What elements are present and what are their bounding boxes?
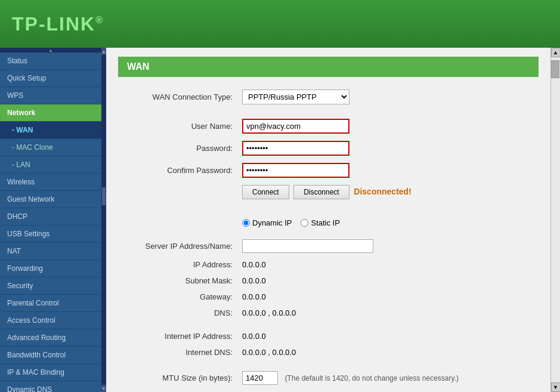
sidebar-scroll-up-btn[interactable]: ▲ [101, 48, 106, 55]
user-name-input[interactable] [242, 119, 349, 134]
sidebar-item-dynamic-dns[interactable]: Dynamic DNS [0, 381, 101, 392]
spacer-row-4 [118, 360, 539, 368]
sidebar-wrapper: ▲ Status Quick Setup WPS Network - WAN -… [0, 48, 106, 392]
logo-symbol: ® [95, 15, 104, 25]
server-ip-cell [237, 236, 539, 257]
sidebar: ▲ Status Quick Setup WPS Network - WAN -… [0, 48, 101, 392]
sidebar-item-wps[interactable]: WPS [0, 87, 101, 104]
form-table: WAN Connection Type: PPTP/Russia PPTP Dy… [118, 86, 539, 388]
static-ip-label[interactable]: Static IP [301, 218, 339, 227]
mtu-cell: (The default is 1420, do not change unle… [237, 368, 539, 388]
server-ip-input[interactable] [242, 239, 373, 253]
ip-type-radio-group: Dynamic IP Static IP [242, 214, 534, 232]
subnet-mask-label: Subnet Mask: [118, 273, 237, 289]
sidebar-item-dhcp[interactable]: DHCP [0, 208, 101, 226]
password-row: Password: [118, 137, 539, 159]
sidebar-item-guest-network[interactable]: Guest Network [0, 191, 101, 208]
scroll-up-btn[interactable]: ▲ [551, 48, 561, 57]
connect-row: Connect Disconnect Disconnected! [118, 181, 539, 203]
mtu-note: (The default is 1420, do not change unle… [285, 374, 459, 382]
password-label: Password: [118, 137, 237, 159]
gateway-label: Gateway: [118, 289, 237, 305]
header: TP-LINK® [0, 0, 560, 48]
gateway-value: 0.0.0.0 [237, 289, 539, 305]
sidebar-scroll-down-btn[interactable]: ▼ [101, 385, 106, 392]
password-cell [237, 137, 539, 159]
internet-dns-value: 0.0.0.0 , 0.0.0.0 [237, 344, 539, 360]
ip-address-value: 0.0.0.0 [237, 257, 539, 273]
server-ip-row: Server IP Address/Name: [118, 236, 539, 257]
scroll-track [551, 57, 560, 382]
scroll-thumb[interactable] [551, 60, 559, 78]
sidebar-item-forwarding[interactable]: Forwarding [0, 260, 101, 277]
sidebar-item-wan[interactable]: - WAN [0, 122, 101, 139]
mtu-label: MTU Size (in bytes): [118, 368, 237, 388]
sidebar-item-mac-clone[interactable]: - MAC Clone [0, 139, 101, 156]
sidebar-item-security[interactable]: Security [0, 277, 101, 295]
dynamic-ip-label[interactable]: Dynamic IP [242, 218, 292, 227]
sidebar-item-access-control[interactable]: Access Control [0, 312, 101, 329]
wan-connection-type-row: WAN Connection Type: PPTP/Russia PPTP Dy… [118, 86, 539, 108]
gateway-row: Gateway: 0.0.0.0 [118, 289, 539, 305]
main-container: ▲ Status Quick Setup WPS Network - WAN -… [0, 48, 560, 392]
ip-type-row: Dynamic IP Static IP [118, 210, 539, 236]
user-name-cell [237, 115, 539, 137]
sidebar-item-ip-mac-binding[interactable]: IP & MAC Binding [0, 364, 101, 381]
sidebar-item-usb-settings[interactable]: USB Settings [0, 226, 101, 243]
sidebar-item-nat[interactable]: NAT [0, 243, 101, 260]
connection-status: Disconnected! [354, 187, 411, 196]
sidebar-scroll-up[interactable]: ▲ [0, 48, 101, 53]
sidebar-item-network[interactable]: Network [0, 104, 101, 122]
ip-address-label: IP Address: [118, 257, 237, 273]
wan-connection-type-cell: PPTP/Russia PPTP Dynamic IP Static IP PP… [237, 86, 539, 108]
password-input[interactable] [242, 141, 349, 156]
subnet-mask-value: 0.0.0.0 [237, 273, 539, 289]
scroll-down-btn[interactable]: ▼ [551, 382, 561, 392]
wan-connection-type-label: WAN Connection Type: [118, 86, 237, 108]
content-area: WAN WAN Connection Type: PPTP/Russia PPT… [106, 48, 560, 392]
sidebar-item-wireless[interactable]: Wireless [0, 174, 101, 191]
internet-dns-row: Internet DNS: 0.0.0.0 , 0.0.0.0 [118, 344, 539, 360]
internet-dns-label: Internet DNS: [118, 344, 237, 360]
dns-row: DNS: 0.0.0.0 , 0.0.0.0 [118, 305, 539, 321]
sidebar-item-parental-control[interactable]: Parental Control [0, 295, 101, 312]
spacer-row-3 [118, 321, 539, 328]
confirm-password-cell [237, 159, 539, 181]
disconnect-button[interactable]: Disconnect [293, 185, 349, 199]
subnet-mask-row: Subnet Mask: 0.0.0.0 [118, 273, 539, 289]
user-name-row: User Name: [118, 115, 539, 137]
dynamic-ip-radio[interactable] [242, 219, 250, 227]
server-ip-label: Server IP Address/Name: [118, 236, 237, 257]
confirm-password-label: Confirm Password: [118, 159, 237, 181]
sidebar-scrollbar: ▲ ▼ [101, 48, 106, 392]
sidebar-item-bandwidth-control[interactable]: Bandwidth Control [0, 347, 101, 364]
dns-value: 0.0.0.0 , 0.0.0.0 [237, 305, 539, 321]
sidebar-item-advanced-routing[interactable]: Advanced Routing [0, 329, 101, 347]
page-title: WAN [118, 57, 539, 77]
internet-ip-label: Internet IP Address: [118, 328, 237, 344]
user-name-label: User Name: [118, 115, 237, 137]
sidebar-scroll-track [101, 55, 106, 385]
connect-button[interactable]: Connect [242, 185, 289, 199]
logo-text: TP-LINK [12, 13, 95, 35]
sidebar-item-quick-setup[interactable]: Quick Setup [0, 70, 101, 87]
sidebar-item-lan[interactable]: - LAN [0, 156, 101, 174]
dns-label: DNS: [118, 305, 237, 321]
spacer-row-1 [118, 108, 539, 115]
wan-connection-type-select[interactable]: PPTP/Russia PPTP Dynamic IP Static IP PP… [242, 89, 349, 104]
logo: TP-LINK® [12, 13, 104, 35]
sidebar-scroll-thumb[interactable] [102, 187, 106, 205]
ip-address-row: IP Address: 0.0.0.0 [118, 257, 539, 273]
right-scrollbar: ▲ ▼ [550, 48, 560, 392]
content-inner: WAN WAN Connection Type: PPTP/Russia PPT… [106, 48, 550, 392]
internet-ip-value: 0.0.0.0 [237, 328, 539, 344]
internet-ip-row: Internet IP Address: 0.0.0.0 [118, 328, 539, 344]
mtu-input[interactable] [242, 371, 278, 385]
confirm-password-input[interactable] [242, 163, 349, 178]
static-ip-radio[interactable] [301, 219, 308, 227]
sidebar-item-status[interactable]: Status [0, 53, 101, 70]
spacer-row-2 [118, 203, 539, 210]
confirm-password-row: Confirm Password: [118, 159, 539, 181]
mtu-row: MTU Size (in bytes): (The default is 142… [118, 368, 539, 388]
